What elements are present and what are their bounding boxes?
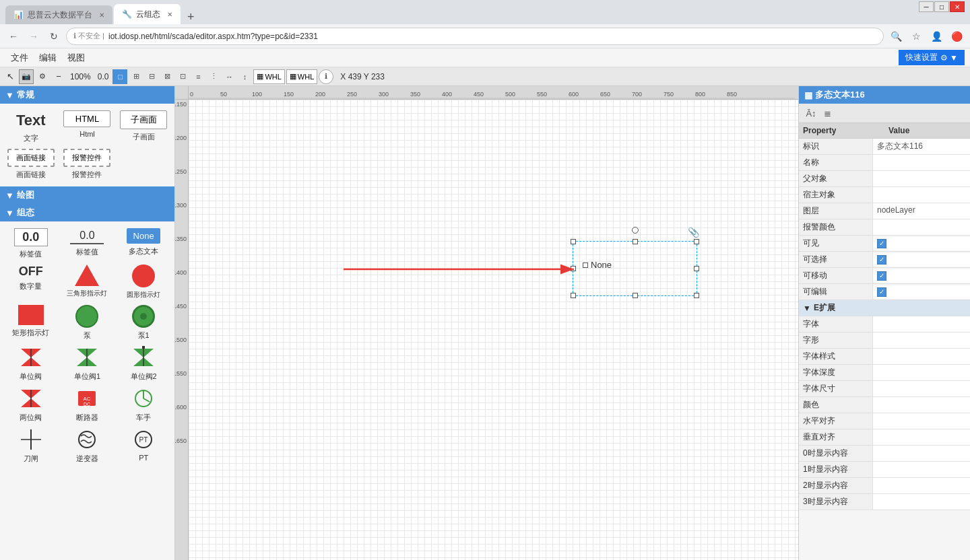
tool-info-btn[interactable]: ℹ <box>319 69 333 84</box>
item-two-valve[interactable]: 两位阀 <box>5 387 57 423</box>
item-single-valve2[interactable]: 单位阀2 <box>118 346 169 382</box>
handle-rotate[interactable] <box>632 227 639 234</box>
handle-bl[interactable] <box>571 293 576 298</box>
search-icon[interactable]: 🔍 <box>888 28 904 44</box>
item-multistate[interactable]: None 多态文本 <box>118 228 169 259</box>
item-screen-link[interactable]: 画面链接 画面链接 <box>5 149 57 180</box>
item-single-valve1[interactable]: 单位阀1 <box>62 346 113 382</box>
item-text[interactable]: Text 文字 <box>5 110 57 143</box>
prop-val-editable[interactable]: ✓ <box>873 285 970 299</box>
item-alarm-ctrl[interactable]: 报警控件 报警控件 <box>62 149 113 180</box>
prop-val-state3[interactable] <box>873 494 970 510</box>
handle-ml[interactable] <box>571 266 576 271</box>
tool-select[interactable]: ↖ <box>3 69 18 84</box>
checkbox-editable[interactable]: ✓ <box>877 287 886 297</box>
section-header-component[interactable]: ▼ 组态 <box>0 204 174 221</box>
tab-2[interactable]: 🔧 云组态 ✕ <box>114 4 181 24</box>
item-hand[interactable]: 车手 <box>118 387 169 423</box>
window-minimize-btn[interactable]: ─ <box>919 1 934 12</box>
item-label-val[interactable]: 0.0 标签值 <box>62 228 113 259</box>
handle-tm[interactable] <box>633 239 638 244</box>
prop-val-fontsize[interactable] <box>873 381 970 396</box>
item-rect-light[interactable]: 矩形指示灯 <box>5 305 57 341</box>
quick-settings-btn[interactable]: 快速设置 ⚙ ▼ <box>899 50 965 65</box>
nav-back-btn[interactable]: ← <box>5 28 22 44</box>
handle-mr[interactable] <box>694 266 699 271</box>
prop-val-state1[interactable] <box>873 462 970 477</box>
tab2-close[interactable]: ✕ <box>167 11 172 18</box>
tab1-close[interactable]: ✕ <box>99 11 104 19</box>
tool-camera[interactable]: 📷 <box>19 69 34 84</box>
prop-val-alarm-color[interactable] <box>873 219 970 235</box>
item-circle-light[interactable]: 圆形指示灯 <box>118 265 169 300</box>
item-html[interactable]: HTML Html <box>62 110 113 143</box>
tool-icon1[interactable]: ⊞ <box>129 69 143 84</box>
prop-val-visible[interactable]: ✓ <box>873 237 970 250</box>
item-pump[interactable]: 泵 <box>62 305 113 341</box>
item-off[interactable]: OFF 数字量 <box>5 265 57 300</box>
item-triangle-light[interactable]: 三角形指示灯 <box>62 265 113 300</box>
nav-forward-btn[interactable]: → <box>26 28 42 44</box>
tool-icon3[interactable]: ⊠ <box>160 69 174 84</box>
new-tab-btn[interactable]: + <box>185 10 197 24</box>
prop-val-layer[interactable]: nodeLayer <box>873 203 970 219</box>
item-single-valve[interactable]: 单位阀 <box>5 346 57 382</box>
tool-blue1[interactable]: □ <box>112 69 127 84</box>
tab-1[interactable]: 📊 思普云大数据平台 ✕ <box>5 5 112 24</box>
prop-val-selectable[interactable]: ✓ <box>873 253 970 267</box>
address-bar[interactable]: ℹ 不安全 | iot.idosp.net/html/scada/editor.… <box>66 28 884 45</box>
nav-refresh-btn[interactable]: ↻ <box>46 28 62 44</box>
prop-val-font[interactable] <box>873 316 970 332</box>
menu-file[interactable]: 文件 <box>5 50 34 65</box>
prop-val-movable[interactable]: ✓ <box>873 269 970 283</box>
checkbox-movable[interactable]: ✓ <box>877 271 886 281</box>
handle-bm[interactable] <box>633 293 638 298</box>
prop-val-fontstylemode[interactable] <box>873 349 970 364</box>
tool-minus[interactable]: − <box>51 69 66 84</box>
prop-val-id[interactable]: 多态文本116 <box>873 139 970 154</box>
section-header-normal[interactable]: ▼ 常规 <box>0 86 174 104</box>
panel-sort-icon[interactable]: Ā↕ <box>804 106 818 120</box>
tool-icon8[interactable]: ↕ <box>237 69 252 84</box>
item-transformer[interactable]: 逆变器 <box>62 428 113 464</box>
tool-icon7[interactable]: ↔ <box>222 69 236 84</box>
menu-view[interactable]: 视图 <box>62 50 90 65</box>
tool-icon4[interactable]: ⊡ <box>175 69 190 84</box>
extension-icon[interactable]: 🔴 <box>948 28 965 44</box>
panel-filter-icon[interactable]: ≣ <box>820 106 834 120</box>
handle-br[interactable] <box>694 293 699 298</box>
window-close-btn[interactable]: ✕ <box>950 1 965 12</box>
item-pt[interactable]: PT PT <box>118 428 169 464</box>
prop-val-state0[interactable] <box>873 446 970 461</box>
account-icon[interactable]: 👤 <box>928 28 944 44</box>
tool-icon6[interactable]: ⋮ <box>206 69 221 84</box>
handle-tl[interactable] <box>571 239 576 244</box>
item-pump1[interactable]: 泵1 <box>118 305 169 341</box>
section-e-expand[interactable]: ▼ E扩展 <box>799 300 970 316</box>
section-header-drawing[interactable]: ▼ 绘图 <box>0 186 174 204</box>
checkbox-visible[interactable]: ✓ <box>877 239 886 248</box>
bookmark-icon[interactable]: ☆ <box>908 28 924 44</box>
prop-val-color[interactable] <box>873 397 970 413</box>
window-maximize-btn[interactable]: □ <box>934 1 949 12</box>
handle-tr[interactable] <box>694 239 699 244</box>
prop-val-parent[interactable] <box>873 171 970 186</box>
tool-icon5[interactable]: ≡ <box>191 69 205 84</box>
item-breaker[interactable]: AC DC 断路器 <box>62 387 113 423</box>
item-digital[interactable]: 0.0 标签值 <box>5 228 57 259</box>
prop-val-fontstyle[interactable] <box>873 332 970 348</box>
prop-val-fontdepth[interactable] <box>873 365 970 380</box>
item-knife[interactable]: 刀闸 <box>5 428 57 464</box>
tool-label1[interactable]: ▦WHL <box>253 69 284 84</box>
canvas-area[interactable]: 0 50 100 150 200 250 300 350 400 450 500… <box>175 86 798 560</box>
prop-val-host[interactable] <box>873 187 970 203</box>
prop-val-halign[interactable] <box>873 413 970 429</box>
tool-label2[interactable]: ▦WHL <box>286 69 317 84</box>
tool-icon2[interactable]: ⊟ <box>144 69 159 84</box>
menu-edit[interactable]: 编辑 <box>34 50 62 65</box>
canvas-grid[interactable]: 📎 None <box>189 100 798 560</box>
prop-val-state2[interactable] <box>873 478 970 493</box>
checkbox-selectable[interactable]: ✓ <box>877 255 886 265</box>
item-subscreen[interactable]: 子画面 子画面 <box>118 110 169 143</box>
none-element[interactable]: None <box>583 260 612 270</box>
